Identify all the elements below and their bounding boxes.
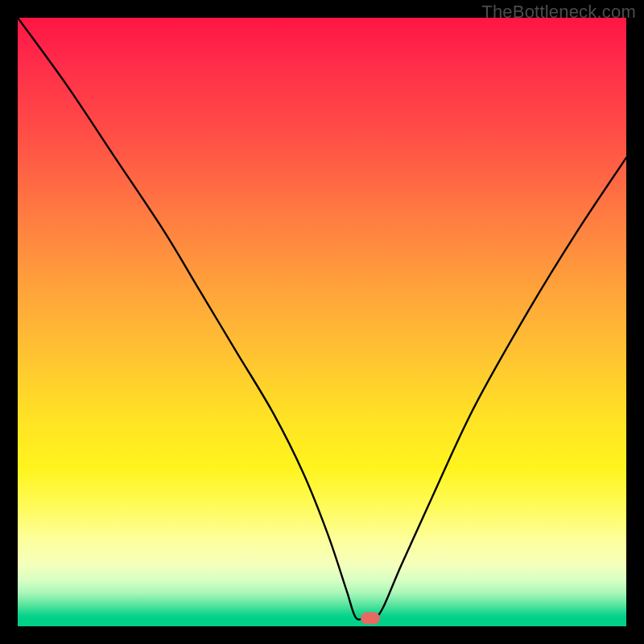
optimal-marker bbox=[361, 613, 380, 625]
plot-area bbox=[18, 18, 626, 626]
watermark-text: TheBottleneck.com bbox=[481, 2, 636, 23]
bottleneck-curve bbox=[18, 18, 626, 626]
chart-frame: TheBottleneck.com bbox=[0, 0, 644, 644]
